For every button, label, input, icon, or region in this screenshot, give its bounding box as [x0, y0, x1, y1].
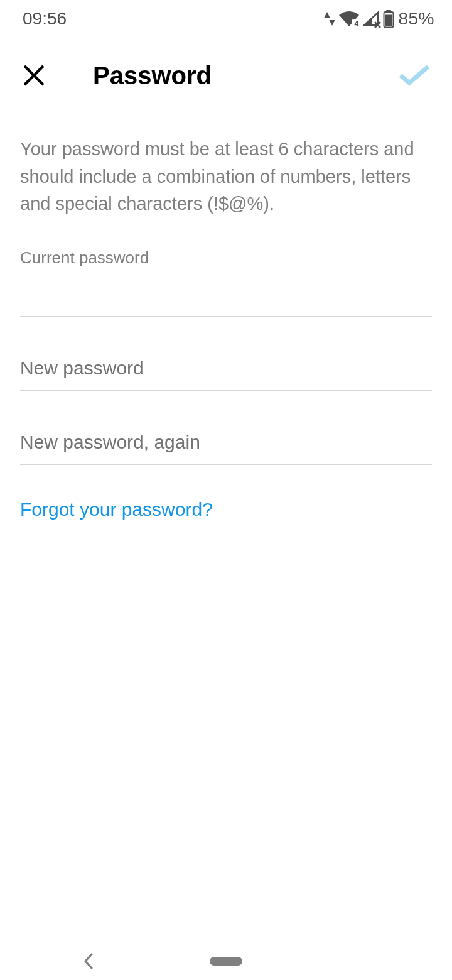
confirm-password-input[interactable] — [20, 421, 432, 465]
confirm-password-block — [20, 421, 432, 465]
nav-home-pill[interactable] — [210, 957, 242, 966]
close-icon — [21, 63, 46, 88]
content: Your password must be at least 6 charact… — [0, 113, 452, 520]
status-indicators: 4 85% — [324, 9, 434, 29]
password-requirements-text: Your password must be at least 6 charact… — [20, 136, 432, 218]
header: Password — [0, 38, 452, 113]
wifi-icon: 4 — [339, 11, 359, 26]
new-password-block — [20, 347, 432, 391]
battery-icon — [383, 10, 394, 28]
svg-rect-6 — [385, 15, 392, 27]
status-time: 09:56 — [23, 9, 67, 29]
data-activity-icon — [324, 11, 335, 27]
system-nav-bar — [0, 942, 452, 980]
forgot-password-link[interactable]: Forgot your password? — [20, 499, 213, 520]
confirm-button[interactable] — [397, 58, 432, 93]
current-password-block: Current password — [20, 248, 432, 317]
new-password-input[interactable] — [20, 347, 432, 391]
close-button[interactable] — [20, 62, 48, 89]
wifi-badge: 4 — [352, 19, 360, 28]
cellular-icon — [363, 11, 379, 26]
page-title: Password — [93, 62, 212, 90]
current-password-label: Current password — [20, 248, 432, 268]
cellular-no-signal-icon — [374, 21, 381, 28]
current-password-input[interactable] — [20, 273, 432, 317]
status-bar: 09:56 4 — [0, 0, 452, 38]
checkmark-icon — [398, 63, 431, 88]
battery-percentage: 85% — [398, 9, 434, 29]
svg-marker-0 — [325, 12, 330, 18]
nav-back-button[interactable] — [83, 952, 94, 970]
svg-marker-1 — [330, 20, 335, 26]
